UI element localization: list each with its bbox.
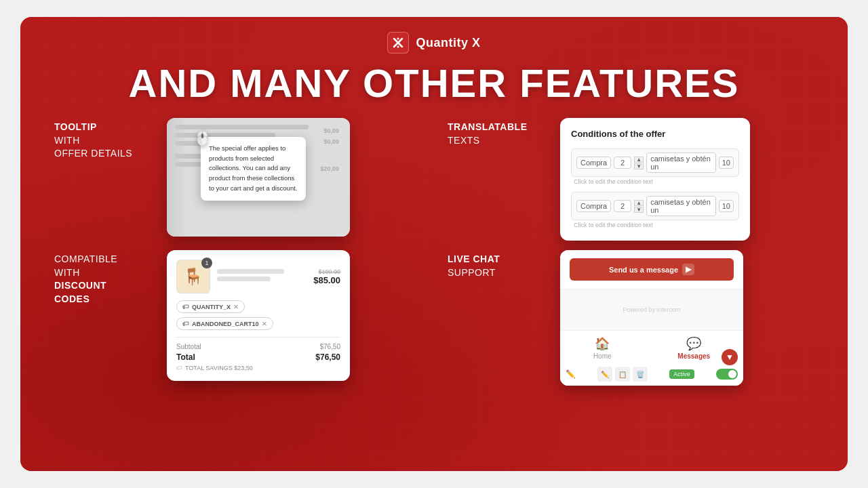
active-badge: Active: [669, 369, 694, 379]
send-message-label: Send us a message: [609, 266, 678, 274]
product-thumbnail: 🪑 1: [176, 260, 210, 293]
chat-nav: 🏠 Home 💬 Messages: [560, 330, 743, 363]
livechat-label-normal: SUPPORT: [448, 267, 496, 278]
condition2-suffix: 10: [719, 200, 734, 212]
total-label: Total: [176, 352, 195, 362]
toggle-switch[interactable]: [716, 369, 738, 380]
stepper2-up[interactable]: ▲: [634, 200, 644, 206]
product-bar-2: [217, 277, 271, 281]
edit-icon: ✏️: [566, 369, 576, 379]
tag-label-2: ABANDONED_CART10: [192, 321, 259, 327]
cursor-icon: 🖱️: [194, 130, 211, 146]
tag-icon-1: 🏷: [182, 303, 189, 310]
tooltip-section: TOOLTIP WITHOFFER DETAILS $0,00: [54, 118, 420, 241]
home-icon: 🏠: [595, 336, 610, 351]
chat-bottom: ✏️ ✏️ 📋 🗑️ Active: [560, 363, 743, 386]
product-info: [217, 269, 307, 284]
livechat-section: LIVE CHAT SUPPORT Send us a message ▶: [448, 250, 814, 386]
main-heading: AND MANY OTHER FEATURES: [47, 60, 821, 106]
discount-label-bold: DISCOUNTCODES: [54, 280, 106, 304]
tag-remove-1[interactable]: ✕: [233, 304, 239, 310]
condition2-qty[interactable]: 2: [614, 200, 631, 212]
tooltip-label-normal: WITHOFFER DETAILS: [54, 135, 132, 159]
tag-icon-2: 🏷: [182, 320, 189, 327]
condition1-stepper[interactable]: ▲ ▼: [634, 157, 644, 169]
subtotal-value: $76,50: [319, 343, 340, 350]
total-row: Total $76,50: [176, 352, 340, 362]
main-container: Quantity X AND MANY OTHER FEATURES TOOLT…: [20, 17, 848, 471]
condition1-suffix: 10: [719, 157, 734, 169]
price-original: $100.00: [313, 268, 340, 275]
action-btn-3[interactable]: 🗑️: [633, 367, 648, 382]
translatable-label: TRANSLATABLE TEXTS: [448, 118, 549, 147]
total-value: $76,50: [315, 352, 340, 362]
condition1-hint: Click to edit the condition text: [571, 177, 739, 186]
savings-label: TOTAL SAVINGS $23,50: [185, 365, 253, 371]
translatable-card: Conditions of the offer Compra 2 ▲ ▼ cam…: [560, 118, 750, 241]
condition-row-1: Compra 2 ▲ ▼ camisetas y obtén un 10 Cli…: [571, 148, 739, 186]
livechat-label-bold: LIVE CHAT: [448, 253, 500, 264]
condition2-desc: camisetas y obtén un: [646, 196, 716, 216]
tag-abandoned-cart: 🏷 ABANDONED_CART10 ✕: [176, 317, 273, 330]
chat-header: Send us a message ▶: [560, 250, 743, 289]
discount-label-compat: COMPATIBLEWITH: [54, 253, 117, 278]
scroll-down-button[interactable]: ▼: [722, 349, 738, 365]
condition2-stepper[interactable]: ▲ ▼: [634, 200, 644, 213]
livechat-card: Send us a message ▶ Powered by Intercom: [560, 250, 743, 386]
action-btn-1[interactable]: ✏️: [597, 367, 612, 382]
features-row-2: COMPATIBLEWITH DISCOUNTCODES 🪑 1: [47, 250, 821, 386]
nav-messages-label: Messages: [677, 352, 710, 360]
translatable-section: TRANSLATABLE TEXTS Conditions of the off…: [448, 118, 814, 241]
subtotal-row: Subtotal $76,50: [176, 343, 340, 350]
tooltip-popup-text: The special offer applies to products fr…: [209, 144, 298, 194]
discount-tags: 🏷 QUANTITY_X ✕ 🏷 ABANDONED_CART10 ✕: [176, 300, 340, 330]
condition1-desc: camisetas y obtén un: [646, 152, 716, 173]
svg-point-3: [397, 46, 399, 48]
stepper2-down[interactable]: ▼: [634, 207, 644, 213]
tooltip-card: $0,00 $0,00 $20,00 The special offer app…: [167, 118, 350, 237]
product-bar-1: [217, 269, 284, 274]
product-prices: $100.00 $85.00: [313, 268, 340, 285]
livechat-label: LIVE CHAT SUPPORT: [448, 250, 549, 279]
app-title: Quantity X: [416, 36, 480, 50]
discount-card: 🪑 1 $100.00 $85.00: [167, 250, 350, 381]
price-current: $85.00: [313, 275, 340, 285]
discount-label: COMPATIBLEWITH DISCOUNTCODES: [54, 250, 156, 306]
condition2-hint: Click to edit the condition text: [571, 220, 739, 230]
condition2-prefix: Compra: [576, 200, 611, 212]
condition1-prefix: Compra: [576, 157, 611, 169]
product-row: 🪑 1 $100.00 $85.00: [176, 260, 340, 293]
savings-row: 🏷 TOTAL SAVINGS $23,50: [176, 365, 340, 371]
tag-label-1: QUANTITY_X: [192, 304, 231, 310]
savings-icon: 🏷: [176, 365, 182, 371]
condition1-qty[interactable]: 2: [614, 157, 631, 169]
header: Quantity X: [47, 17, 821, 54]
arrow-icon: ▶: [682, 264, 694, 275]
chat-body: Powered by Intercom: [560, 289, 743, 330]
totals: Subtotal $76,50 Total $76,50 🏷 TOTAL SAV…: [176, 343, 340, 371]
tooltip-label: TOOLTIP WITHOFFER DETAILS: [54, 118, 156, 161]
action-btn-2[interactable]: 📋: [615, 367, 630, 382]
product-qty-badge: 1: [201, 258, 212, 268]
logo-icon: [387, 32, 409, 54]
powered-by: Powered by Intercom: [623, 306, 680, 313]
divider: [176, 337, 340, 338]
translatable-card-title: Conditions of the offer: [571, 129, 739, 139]
chevron-down-icon: ▼: [726, 352, 734, 362]
discount-section: COMPATIBLEWITH DISCOUNTCODES 🪑 1: [54, 250, 420, 386]
stepper-up[interactable]: ▲: [634, 157, 644, 163]
messages-icon: 💬: [686, 336, 701, 351]
translatable-label-normal: TEXTS: [448, 135, 480, 146]
nav-home-label: Home: [593, 352, 612, 360]
condition-row-2: Compra 2 ▲ ▼ camisetas y obtén un 10 Cli…: [571, 192, 739, 230]
nav-home[interactable]: 🏠 Home: [593, 336, 612, 360]
tag-remove-2[interactable]: ✕: [262, 321, 267, 327]
tooltip-label-bold: TOOLTIP: [54, 121, 97, 132]
nav-messages[interactable]: 💬 Messages: [677, 336, 710, 360]
send-message-button[interactable]: Send us a message ▶: [570, 258, 734, 281]
translatable-label-bold: TRANSLATABLE: [448, 121, 527, 132]
subtotal-label: Subtotal: [176, 343, 201, 350]
chat-bottom-actions: ✏️ 📋 🗑️: [597, 367, 648, 382]
stepper-down[interactable]: ▼: [634, 163, 644, 169]
features-row-1: TOOLTIP WITHOFFER DETAILS $0,00: [47, 118, 821, 241]
